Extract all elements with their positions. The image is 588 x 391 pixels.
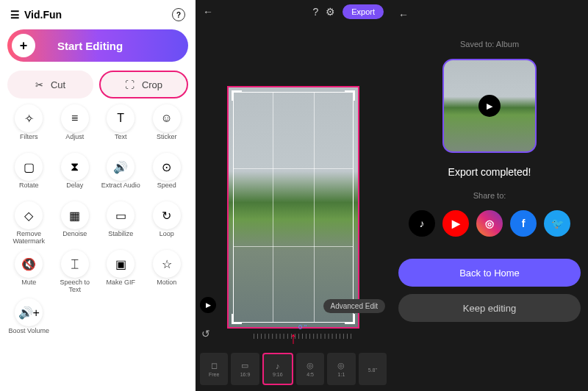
- tool-icon: ⌶: [61, 250, 89, 278]
- export-panel: ← Saved to: Album ▶ Export completed! Sh…: [391, 0, 588, 391]
- tool-icon: ☺: [153, 104, 181, 132]
- tool-icon: 🔇: [15, 250, 43, 278]
- play-button[interactable]: ▶: [200, 297, 216, 313]
- tool-extract-audio[interactable]: 🔊Extract Audio: [99, 153, 143, 197]
- aspect-Free[interactable]: ◻Free: [200, 353, 228, 385]
- aspect-916[interactable]: ♪9:16: [262, 353, 293, 385]
- video-crop-preview[interactable]: ↑: [227, 86, 359, 329]
- keep-editing-button[interactable]: Keep editing: [398, 294, 581, 322]
- back-icon[interactable]: ←: [203, 6, 213, 18]
- tool-icon: ⊙: [153, 153, 181, 181]
- tool-icon: ▢: [15, 153, 43, 181]
- tool-motion[interactable]: ☆Motion: [146, 250, 189, 294]
- aspect-169[interactable]: ▭16:9: [231, 353, 259, 385]
- menu-icon[interactable]: ☰: [10, 9, 20, 21]
- tool-label: Make GIF: [106, 279, 135, 294]
- tool-mute[interactable]: 🔇Mute: [7, 250, 51, 294]
- aspect-shape-icon: ♪: [276, 362, 280, 370]
- aspect-label: 9:16: [273, 372, 283, 377]
- tool-speech-to-text[interactable]: ⌶Speech to Text: [54, 250, 97, 294]
- crop-label: Crop: [142, 79, 162, 90]
- tool-denoise[interactable]: ▦Denoise: [54, 201, 97, 245]
- saved-to-label: Saved to: Album: [398, 40, 581, 49]
- tool-speed[interactable]: ⊙Speed: [146, 153, 189, 197]
- aspect-45[interactable]: ◎4:5: [296, 353, 324, 385]
- tool-icon: T: [107, 104, 135, 132]
- help-icon[interactable]: ?: [172, 8, 185, 21]
- start-editing-label: Start Editing: [57, 40, 123, 52]
- timeline[interactable]: 0": [222, 332, 385, 347]
- header-right: ? ⚙ Export: [312, 4, 384, 19]
- tool-adjust[interactable]: ≡Adjust: [54, 104, 97, 148]
- panel1-header: ☰ Vid.Fun ?: [10, 6, 185, 24]
- tool-label: Text: [115, 134, 127, 148]
- editor-panel: ← ? ⚙ Export ↑ ▶ Advanced Edit ↺ 0" ◻Fre…: [196, 0, 391, 391]
- start-editing-button[interactable]: + Start Editing: [7, 29, 188, 62]
- cut-label: Cut: [51, 79, 65, 90]
- tool-icon: ⧗: [61, 153, 89, 181]
- export-thumbnail[interactable]: ▶: [442, 59, 537, 153]
- tool-remove-watermark[interactable]: ◇Remove Watermark: [7, 201, 51, 245]
- tool-label: Motion: [157, 279, 176, 294]
- gear-icon[interactable]: ⚙: [326, 6, 335, 18]
- tool-icon: ↻: [153, 201, 181, 229]
- aspect-label: 16:9: [240, 372, 251, 377]
- tool-label: Speech to Text: [54, 279, 97, 294]
- tool-icon: ✧: [15, 104, 43, 132]
- cut-crop-row: ✂ Cut ⛶ Crop: [7, 71, 188, 98]
- tool-label: Mute: [21, 279, 36, 294]
- play-icon[interactable]: ▶: [478, 95, 501, 117]
- tool-rotate[interactable]: ▢Rotate: [7, 153, 51, 197]
- aspect-label: 5.8": [368, 367, 377, 373]
- aspect-shape-icon: ◎: [337, 361, 345, 370]
- tool-label: Stabilize: [108, 231, 133, 245]
- tool-icon: ▣: [107, 250, 135, 278]
- share-youtube-icon[interactable]: ▶: [442, 210, 469, 237]
- crop-handle-tr[interactable]: [345, 90, 355, 101]
- export-completed-label: Export completed!: [398, 166, 581, 178]
- reset-icon[interactable]: ↺: [201, 328, 210, 340]
- crop-grid: [233, 92, 354, 323]
- tool-label: Extract Audio: [101, 182, 140, 197]
- tool-label: Remove Watermark: [7, 231, 51, 245]
- tool-label: Adjust: [65, 134, 84, 148]
- tool-icon: 🔊: [107, 153, 135, 181]
- aspect-label: 4:5: [306, 372, 314, 377]
- cut-button[interactable]: ✂ Cut: [7, 71, 93, 98]
- crop-button[interactable]: ⛶ Crop: [99, 71, 188, 98]
- share-to-label: Share to:: [398, 191, 581, 200]
- crop-handle-br[interactable]: [345, 314, 355, 324]
- crop-handle-tl[interactable]: [232, 90, 242, 101]
- tool-label: Rotate: [19, 182, 39, 197]
- aspect-ratio-row: ◻Free▭16:9♪9:16◎4:5◎1:15.8": [200, 353, 387, 385]
- tool-grid: ✧Filters≡AdjustTText☺Sticker▢Rotate⧗Dela…: [7, 104, 188, 342]
- tool-filters[interactable]: ✧Filters: [7, 104, 51, 148]
- tool-sticker[interactable]: ☺Sticker: [146, 104, 189, 148]
- help-icon[interactable]: ?: [312, 6, 318, 18]
- app-title-row: ☰ Vid.Fun: [10, 9, 62, 21]
- timeline-playhead-label: 0": [298, 323, 309, 331]
- aspect-shape-icon: ◻: [211, 361, 218, 370]
- tool-text[interactable]: TText: [99, 104, 143, 148]
- share-twitter-icon[interactable]: 🐦: [544, 210, 570, 237]
- tool-boost-volume[interactable]: 🔊+Boost Volume: [7, 298, 51, 342]
- crop-handle-bl[interactable]: [232, 314, 242, 324]
- tool-loop[interactable]: ↻Loop: [146, 201, 189, 245]
- back-icon[interactable]: ←: [398, 9, 409, 21]
- tool-icon: ▦: [61, 201, 89, 229]
- aspect-shape-icon: ◎: [306, 361, 314, 370]
- share-instagram-icon[interactable]: ◎: [476, 210, 503, 237]
- share-tiktok-icon[interactable]: ♪: [409, 210, 435, 237]
- tool-make-gif[interactable]: ▣Make GIF: [99, 250, 143, 294]
- aspect-58[interactable]: 5.8": [359, 353, 387, 385]
- tool-label: Boost Volume: [8, 328, 49, 342]
- share-row: ♪▶◎f🐦: [398, 210, 581, 237]
- aspect-11[interactable]: ◎1:1: [327, 353, 355, 385]
- tool-stabilize[interactable]: ▭Stabilize: [99, 201, 143, 245]
- advanced-edit-button[interactable]: Advanced Edit: [323, 299, 386, 313]
- share-facebook-icon[interactable]: f: [510, 210, 537, 237]
- back-to-home-button[interactable]: Back to Home: [398, 259, 581, 287]
- editor-header: ← ? ⚙ Export: [196, 0, 391, 24]
- export-button[interactable]: Export: [343, 4, 384, 19]
- tool-delay[interactable]: ⧗Delay: [54, 153, 97, 197]
